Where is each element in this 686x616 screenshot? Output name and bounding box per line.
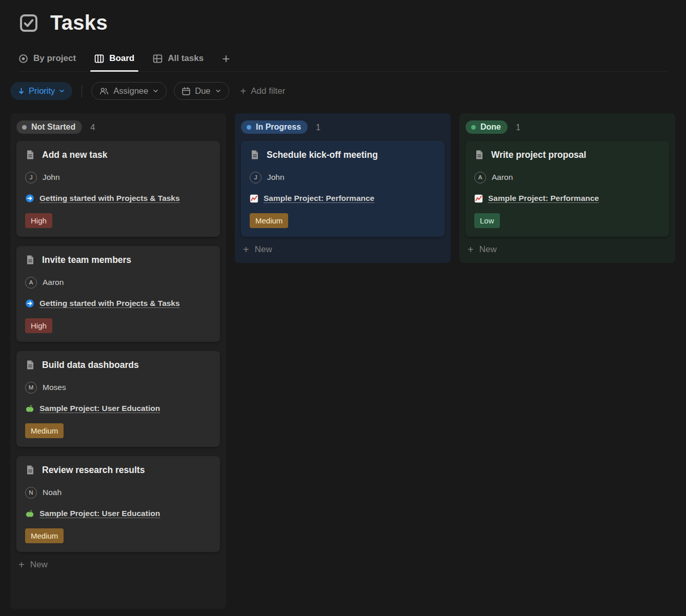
task-title: Review research results [42, 464, 145, 476]
add-filter-button[interactable]: + Add filter [240, 86, 286, 96]
table-icon [153, 54, 163, 64]
card-list: Schedule kick-off meeting J John Sample … [235, 141, 451, 237]
filter-bar: Priority Assignee Due + Add filter [0, 72, 686, 100]
column-done: Done 1 Write project proposal A Aaron [459, 113, 675, 263]
tab-by-project[interactable]: By project [18, 53, 76, 71]
status-dot-icon [247, 125, 251, 130]
page-icon [25, 150, 35, 160]
sort-label: Priority [29, 86, 55, 96]
priority-tag: Low [474, 213, 500, 228]
sort-priority-button[interactable]: Priority [10, 82, 72, 100]
arrow-down-icon [18, 88, 25, 94]
new-task-button[interactable]: + New [10, 552, 226, 575]
task-card[interactable]: Build data dashboards M Moses Sample Pro… [16, 351, 220, 447]
avatar: N [25, 487, 37, 499]
chart-icon [250, 194, 258, 203]
task-title: Write project proposal [491, 149, 586, 161]
assignee-filter-label: Assignee [113, 86, 148, 96]
avatar: A [25, 277, 37, 289]
chevron-down-icon [153, 88, 158, 94]
add-filter-label: Add filter [251, 86, 285, 96]
chevron-down-icon [59, 88, 65, 94]
calendar-icon [182, 87, 190, 95]
assignee-name: Noah [43, 486, 62, 499]
card-count: 4 [90, 122, 95, 132]
checkbox-icon [18, 13, 39, 33]
project-link[interactable]: Sample Project: Performance [488, 193, 599, 204]
assignee-name: John [267, 171, 285, 183]
plus-icon: + [240, 86, 247, 96]
project-link[interactable]: Getting started with Projects & Tasks [39, 193, 180, 204]
apple-icon [25, 404, 34, 413]
page-icon [25, 255, 35, 265]
task-title: Schedule kick-off meeting [267, 149, 378, 161]
tab-label: All tasks [168, 53, 204, 64]
task-card[interactable]: Schedule kick-off meeting J John Sample … [241, 141, 445, 237]
title-row: Tasks [18, 8, 668, 34]
status-dot-icon [471, 125, 476, 130]
task-title: Add a new task [42, 149, 107, 161]
project-link[interactable]: Sample Project: User Education [39, 508, 160, 519]
status-dot-icon [22, 125, 27, 130]
assignee-name: Aaron [43, 276, 64, 289]
avatar: J [25, 172, 37, 183]
plus-icon: + [18, 560, 25, 570]
assignee-name: Moses [43, 381, 66, 394]
new-task-button[interactable]: + New [459, 237, 675, 260]
status-pill[interactable]: In Progress [241, 120, 308, 134]
kanban-board: Not Started 4 Add a new task J John [0, 100, 686, 609]
page-header: Tasks By project Board All tasks + [0, 0, 686, 72]
project-link[interactable]: Sample Project: User Education [39, 403, 160, 414]
tab-board[interactable]: Board [94, 53, 134, 71]
task-card[interactable]: Add a new task J John Getting started wi… [16, 141, 220, 237]
assignee-name: John [43, 171, 60, 183]
due-filter-label: Due [195, 86, 210, 96]
avatar: J [250, 172, 261, 183]
status-label: Done [480, 122, 501, 132]
task-title: Invite team members [42, 254, 131, 266]
column-header: Done 1 [459, 113, 675, 141]
card-list: Write project proposal A Aaron Sample Pr… [459, 141, 675, 237]
chart-icon [474, 194, 483, 203]
arrow-circle-icon [25, 194, 34, 203]
status-label: In Progress [256, 122, 301, 132]
task-card[interactable]: Write project proposal A Aaron Sample Pr… [466, 141, 669, 237]
tab-label: Board [109, 53, 134, 64]
task-card[interactable]: Invite team members A Aaron Getting star… [16, 246, 220, 342]
assignee-name: Aaron [492, 171, 513, 183]
page-icon [250, 150, 260, 160]
plus-icon: + [243, 244, 249, 255]
project-link[interactable]: Sample Project: Performance [264, 193, 374, 204]
priority-tag: Medium [25, 528, 64, 543]
plus-icon: + [468, 244, 474, 255]
tab-all-tasks[interactable]: All tasks [153, 53, 204, 71]
status-pill[interactable]: Done [466, 120, 508, 134]
due-filter-button[interactable]: Due [174, 82, 229, 100]
project-link[interactable]: Getting started with Projects & Tasks [39, 298, 180, 309]
new-task-button[interactable]: + New [235, 237, 451, 260]
card-list: Add a new task J John Getting started wi… [10, 141, 226, 552]
status-label: Not Started [31, 122, 75, 132]
card-count: 1 [516, 122, 520, 132]
column-header: In Progress 1 [235, 113, 451, 141]
page-title: Tasks [50, 11, 108, 34]
status-pill[interactable]: Not Started [16, 120, 82, 134]
priority-tag: Medium [250, 213, 288, 228]
arrow-circle-icon [25, 299, 34, 308]
assignee-filter-button[interactable]: Assignee [91, 82, 167, 100]
divider [82, 85, 82, 97]
priority-tag: High [25, 213, 52, 228]
target-icon [18, 54, 28, 64]
page-icon [25, 360, 35, 370]
page-icon [474, 150, 485, 160]
page-icon [25, 465, 35, 475]
add-view-button[interactable]: + [222, 52, 230, 71]
new-label: New [30, 560, 48, 570]
chevron-down-icon [215, 88, 221, 94]
task-card[interactable]: Review research results N Noah Sample Pr… [16, 456, 220, 552]
priority-tag: Medium [25, 423, 64, 438]
card-count: 1 [316, 122, 320, 132]
column-in-progress: In Progress 1 Schedule kick-off meeting … [235, 113, 451, 263]
priority-tag: High [25, 318, 52, 333]
avatar: M [25, 382, 37, 394]
